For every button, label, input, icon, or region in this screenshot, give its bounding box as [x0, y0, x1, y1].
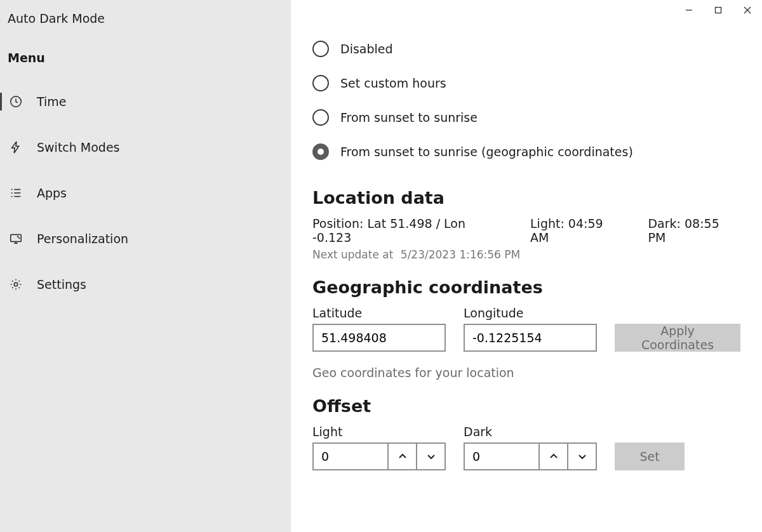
apply-coordinates-button[interactable]: Apply Coordinates	[615, 324, 740, 352]
window-controls	[674, 0, 762, 20]
maximize-button[interactable]	[704, 0, 733, 20]
sidebar-item-label: Switch Modes	[37, 140, 120, 154]
offset-dark-up-button[interactable]	[538, 444, 567, 469]
latitude-field: Latitude	[312, 306, 446, 352]
mode-radio-group: Disabled Set custom hours From sunset to…	[312, 32, 740, 169]
offset-light-input[interactable]	[314, 444, 387, 469]
svg-rect-3	[716, 8, 721, 13]
sidebar-item-personalization[interactable]: Personalization	[0, 221, 291, 256]
offset-light-up-button[interactable]	[387, 444, 416, 469]
mode-option-disabled[interactable]: Disabled	[312, 32, 740, 66]
offset-dark-input[interactable]	[465, 444, 538, 469]
sidebar-item-switch-modes[interactable]: Switch Modes	[0, 130, 291, 165]
main-content: Disabled Set custom hours From sunset to…	[291, 0, 762, 532]
sidebar-item-label: Apps	[37, 186, 67, 200]
next-update-timestamp: 5/23/2023 1:16:56 PM	[401, 248, 520, 261]
sidebar-item-label: Settings	[37, 277, 86, 291]
offset-set-button[interactable]: Set	[615, 442, 685, 470]
location-light-time: Light: 04:59 AM	[530, 216, 625, 244]
radio-label: Disabled	[340, 42, 393, 56]
offset-light-down-button[interactable]	[416, 444, 444, 469]
location-next-update: Next update at 5/23/2023 1:16:56 PM	[312, 248, 740, 261]
latitude-input[interactable]	[312, 324, 446, 352]
mode-option-custom-hours[interactable]: Set custom hours	[312, 66, 740, 100]
location-dark-time: Dark: 08:55 PM	[648, 216, 740, 244]
offset-heading: Offset	[312, 396, 740, 416]
mode-option-sunset-sunrise[interactable]: From sunset to sunrise	[312, 100, 740, 135]
offset-light-field: Light	[312, 425, 446, 470]
sidebar-item-label: Personalization	[37, 232, 128, 246]
offset-dark-label: Dark	[464, 425, 597, 439]
latitude-label: Latitude	[312, 306, 446, 320]
location-info-row: Position: Lat 51.498 / Lon -0.123 Light:…	[312, 216, 740, 244]
longitude-field: Longitude	[464, 306, 597, 352]
personalization-icon	[9, 232, 23, 246]
longitude-input[interactable]	[464, 324, 597, 352]
offset-inputs-row: Light Dark	[312, 425, 740, 470]
list-icon	[9, 186, 23, 200]
sidebar: Auto Dark Mode Menu Time Switch Modes Ap…	[0, 0, 291, 532]
sidebar-item-time[interactable]: Time	[0, 84, 291, 119]
app-title: Auto Dark Mode	[0, 6, 291, 44]
radio-icon	[312, 143, 329, 160]
location-heading: Location data	[312, 188, 740, 208]
sidebar-item-label: Time	[37, 95, 67, 109]
offset-dark-field: Dark	[464, 425, 597, 470]
sidebar-item-settings[interactable]: Settings	[0, 267, 291, 302]
radio-label: From sunset to sunrise	[340, 110, 478, 124]
offset-dark-spinbox	[464, 442, 597, 470]
radio-icon	[312, 75, 329, 91]
offset-dark-down-button[interactable]	[567, 444, 596, 469]
offset-light-label: Light	[312, 425, 446, 439]
app-window: Auto Dark Mode Menu Time Switch Modes Ap…	[0, 0, 762, 532]
lightning-icon	[9, 140, 23, 154]
geo-hint: Geo coordinates for your location	[312, 366, 740, 380]
close-button[interactable]	[733, 0, 762, 20]
geo-heading: Geographic coordinates	[312, 277, 740, 297]
minimize-button[interactable]	[674, 0, 704, 20]
radio-label: Set custom hours	[340, 76, 446, 90]
svg-point-2	[14, 283, 18, 286]
clock-icon	[9, 95, 23, 109]
mode-option-sunset-sunrise-geo[interactable]: From sunset to sunrise (geographic coord…	[312, 135, 740, 169]
gear-icon	[9, 277, 23, 291]
radio-icon	[312, 109, 329, 126]
next-update-label: Next update at	[312, 248, 393, 261]
longitude-label: Longitude	[464, 306, 597, 320]
menu-heading: Menu	[0, 44, 291, 84]
radio-icon	[312, 41, 329, 57]
location-position: Position: Lat 51.498 / Lon -0.123	[312, 216, 507, 244]
radio-label: From sunset to sunrise (geographic coord…	[340, 145, 633, 159]
sidebar-item-apps[interactable]: Apps	[0, 175, 291, 211]
offset-light-spinbox	[312, 442, 446, 470]
geo-inputs-row: Latitude Longitude Apply Coordinates	[312, 306, 740, 352]
